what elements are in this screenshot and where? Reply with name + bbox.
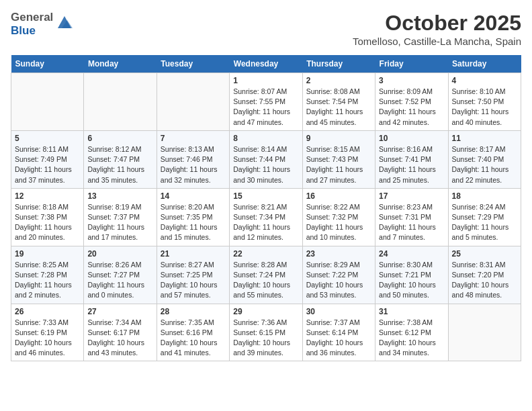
day-number: 6 <box>87 134 152 143</box>
day-number: 31 <box>379 307 444 316</box>
day-number: 18 <box>452 191 517 201</box>
day-number: 17 <box>379 191 444 201</box>
day-info: Sunrise: 8:25 AMSunset: 7:28 PMDaylight:… <box>15 260 80 301</box>
weekday-header-sunday: Sunday <box>11 55 84 73</box>
day-number: 4 <box>452 76 517 85</box>
day-number: 23 <box>306 249 371 259</box>
calendar-cell: 17Sunrise: 8:23 AMSunset: 7:31 PMDayligh… <box>375 188 448 246</box>
calendar-week-row: 19Sunrise: 8:25 AMSunset: 7:28 PMDayligh… <box>11 246 521 304</box>
day-number: 22 <box>233 249 298 259</box>
day-info: Sunrise: 8:31 AMSunset: 7:20 PMDaylight:… <box>452 260 517 301</box>
calendar-cell: 24Sunrise: 8:30 AMSunset: 7:21 PMDayligh… <box>375 246 448 304</box>
day-number: 9 <box>306 134 371 143</box>
calendar-cell: 22Sunrise: 8:28 AMSunset: 7:24 PMDayligh… <box>230 246 302 304</box>
calendar-cell: 13Sunrise: 8:19 AMSunset: 7:37 PMDayligh… <box>84 188 157 246</box>
day-info: Sunrise: 7:38 AMSunset: 6:12 PMDaylight:… <box>379 318 444 359</box>
day-number: 10 <box>379 134 444 143</box>
calendar-week-row: 12Sunrise: 8:18 AMSunset: 7:38 PMDayligh… <box>11 188 521 246</box>
calendar-cell: 7Sunrise: 8:13 AMSunset: 7:46 PMDaylight… <box>157 130 229 188</box>
logo-blue: Blue <box>11 24 53 38</box>
day-number: 29 <box>233 307 298 316</box>
weekday-header-saturday: Saturday <box>448 55 521 73</box>
day-info: Sunrise: 8:10 AMSunset: 7:50 PMDaylight:… <box>452 87 517 128</box>
day-info: Sunrise: 7:36 AMSunset: 6:15 PMDaylight:… <box>233 318 298 359</box>
calendar-cell: 3Sunrise: 8:09 AMSunset: 7:52 PMDaylight… <box>375 73 448 131</box>
day-info: Sunrise: 8:07 AMSunset: 7:55 PMDaylight:… <box>233 87 298 128</box>
day-info: Sunrise: 8:19 AMSunset: 7:37 PMDaylight:… <box>87 202 152 243</box>
weekday-header-monday: Monday <box>84 55 157 73</box>
day-info: Sunrise: 8:22 AMSunset: 7:32 PMDaylight:… <box>306 202 371 243</box>
calendar-cell: 26Sunrise: 7:33 AMSunset: 6:19 PMDayligh… <box>11 304 84 361</box>
day-info: Sunrise: 8:17 AMSunset: 7:40 PMDaylight:… <box>452 144 517 185</box>
day-info: Sunrise: 7:37 AMSunset: 6:14 PMDaylight:… <box>306 318 371 359</box>
calendar-cell: 31Sunrise: 7:38 AMSunset: 6:12 PMDayligh… <box>375 304 448 361</box>
day-info: Sunrise: 8:20 AMSunset: 7:35 PMDaylight:… <box>161 202 226 243</box>
calendar-cell <box>84 73 157 131</box>
day-number: 2 <box>306 76 371 85</box>
day-info: Sunrise: 8:13 AMSunset: 7:46 PMDaylight:… <box>161 144 226 185</box>
day-info: Sunrise: 8:24 AMSunset: 7:29 PMDaylight:… <box>452 202 517 243</box>
calendar-cell: 12Sunrise: 8:18 AMSunset: 7:38 PMDayligh… <box>11 188 84 246</box>
calendar-cell: 6Sunrise: 8:12 AMSunset: 7:47 PMDaylight… <box>84 130 157 188</box>
day-number: 12 <box>15 191 80 201</box>
calendar-cell <box>448 304 521 361</box>
day-number: 25 <box>452 249 517 259</box>
calendar-cell: 18Sunrise: 8:24 AMSunset: 7:29 PMDayligh… <box>448 188 521 246</box>
day-number: 30 <box>306 307 371 316</box>
location: Tomelloso, Castille-La Mancha, Spain <box>353 36 521 47</box>
weekday-header-thursday: Thursday <box>302 55 375 73</box>
calendar-cell: 29Sunrise: 7:36 AMSunset: 6:15 PMDayligh… <box>230 304 302 361</box>
weekday-header-friday: Friday <box>375 55 448 73</box>
calendar-cell: 27Sunrise: 7:34 AMSunset: 6:17 PMDayligh… <box>84 304 157 361</box>
calendar-cell: 9Sunrise: 8:15 AMSunset: 7:43 PMDaylight… <box>302 130 375 188</box>
calendar-table: SundayMondayTuesdayWednesdayThursdayFrid… <box>11 55 521 361</box>
calendar-cell: 10Sunrise: 8:16 AMSunset: 7:41 PMDayligh… <box>375 130 448 188</box>
day-info: Sunrise: 8:29 AMSunset: 7:22 PMDaylight:… <box>306 260 371 301</box>
day-number: 27 <box>87 307 152 316</box>
day-number: 20 <box>87 249 152 259</box>
page-header: General Blue October 2025 Tomelloso, Cas… <box>11 11 521 47</box>
calendar-cell: 19Sunrise: 8:25 AMSunset: 7:28 PMDayligh… <box>11 246 84 304</box>
logo-icon <box>55 13 74 32</box>
calendar-cell <box>11 73 84 131</box>
calendar-week-row: 26Sunrise: 7:33 AMSunset: 6:19 PMDayligh… <box>11 304 521 361</box>
day-info: Sunrise: 8:12 AMSunset: 7:47 PMDaylight:… <box>87 144 152 185</box>
day-number: 26 <box>15 307 80 316</box>
day-info: Sunrise: 7:33 AMSunset: 6:19 PMDaylight:… <box>15 318 80 359</box>
day-number: 24 <box>379 249 444 259</box>
day-number: 28 <box>161 307 226 316</box>
day-info: Sunrise: 8:16 AMSunset: 7:41 PMDaylight:… <box>379 144 444 185</box>
day-info: Sunrise: 8:21 AMSunset: 7:34 PMDaylight:… <box>233 202 298 243</box>
day-number: 3 <box>379 76 444 85</box>
day-number: 14 <box>161 191 226 201</box>
calendar-cell: 8Sunrise: 8:14 AMSunset: 7:44 PMDaylight… <box>230 130 302 188</box>
calendar-cell: 5Sunrise: 8:11 AMSunset: 7:49 PMDaylight… <box>11 130 84 188</box>
calendar-cell: 2Sunrise: 8:08 AMSunset: 7:54 PMDaylight… <box>302 73 375 131</box>
day-number: 5 <box>15 134 80 143</box>
calendar-cell: 11Sunrise: 8:17 AMSunset: 7:40 PMDayligh… <box>448 130 521 188</box>
calendar-cell: 21Sunrise: 8:27 AMSunset: 7:25 PMDayligh… <box>157 246 229 304</box>
calendar-cell: 15Sunrise: 8:21 AMSunset: 7:34 PMDayligh… <box>230 188 302 246</box>
day-number: 15 <box>233 191 298 201</box>
logo: General Blue <box>11 11 74 37</box>
day-info: Sunrise: 8:27 AMSunset: 7:25 PMDaylight:… <box>161 260 226 301</box>
calendar-cell: 16Sunrise: 8:22 AMSunset: 7:32 PMDayligh… <box>302 188 375 246</box>
day-info: Sunrise: 8:26 AMSunset: 7:27 PMDaylight:… <box>87 260 152 301</box>
weekday-header-tuesday: Tuesday <box>157 55 229 73</box>
day-info: Sunrise: 8:14 AMSunset: 7:44 PMDaylight:… <box>233 144 298 185</box>
title-block: October 2025 Tomelloso, Castille-La Manc… <box>353 11 521 47</box>
day-number: 21 <box>161 249 226 259</box>
calendar-cell: 28Sunrise: 7:35 AMSunset: 6:16 PMDayligh… <box>157 304 229 361</box>
day-info: Sunrise: 8:28 AMSunset: 7:24 PMDaylight:… <box>233 260 298 301</box>
day-number: 1 <box>233 76 298 85</box>
weekday-header-row: SundayMondayTuesdayWednesdayThursdayFrid… <box>11 55 521 73</box>
logo-general: General <box>11 11 53 24</box>
calendar-cell: 20Sunrise: 8:26 AMSunset: 7:27 PMDayligh… <box>84 246 157 304</box>
weekday-header-wednesday: Wednesday <box>230 55 302 73</box>
calendar-cell <box>157 73 229 131</box>
calendar-cell: 4Sunrise: 8:10 AMSunset: 7:50 PMDaylight… <box>448 73 521 131</box>
calendar-week-row: 5Sunrise: 8:11 AMSunset: 7:49 PMDaylight… <box>11 130 521 188</box>
calendar-cell: 25Sunrise: 8:31 AMSunset: 7:20 PMDayligh… <box>448 246 521 304</box>
month-title: October 2025 <box>353 11 521 36</box>
calendar-cell: 14Sunrise: 8:20 AMSunset: 7:35 PMDayligh… <box>157 188 229 246</box>
